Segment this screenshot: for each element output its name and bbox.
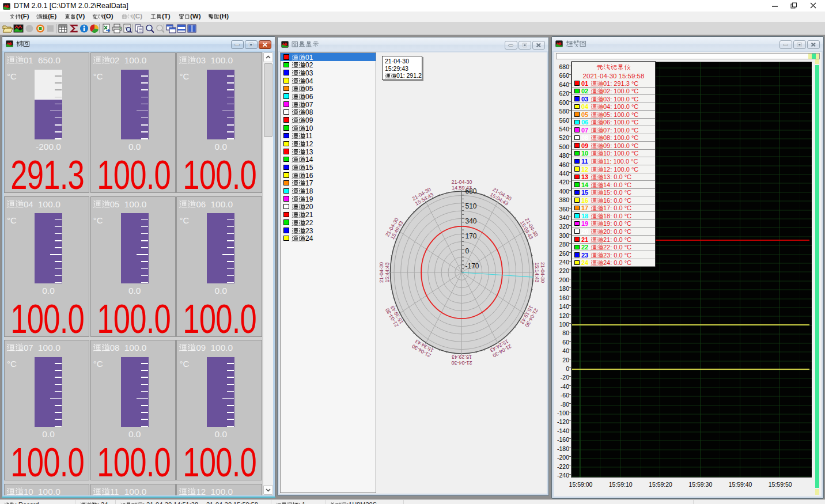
svg-text:340: 340 bbox=[466, 217, 477, 225]
svg-text:-170: -170 bbox=[466, 262, 479, 270]
svg-text:21-04-30: 21-04-30 bbox=[540, 262, 546, 283]
svg-text:14:59:43: 14:59:43 bbox=[452, 185, 472, 191]
svg-text:21-04-30: 21-04-30 bbox=[451, 179, 472, 185]
svg-text:15:44:43: 15:44:43 bbox=[384, 262, 390, 282]
svg-text:0: 0 bbox=[466, 247, 470, 255]
svg-text:21-04-30: 21-04-30 bbox=[379, 262, 384, 283]
svg-text:15:14:43: 15:14:43 bbox=[534, 262, 540, 282]
svg-text:21-04-30: 21-04-30 bbox=[451, 360, 472, 366]
svg-text:15:29:43: 15:29:43 bbox=[452, 354, 472, 360]
svg-text:170: 170 bbox=[466, 232, 477, 240]
svg-text:510: 510 bbox=[466, 202, 477, 210]
